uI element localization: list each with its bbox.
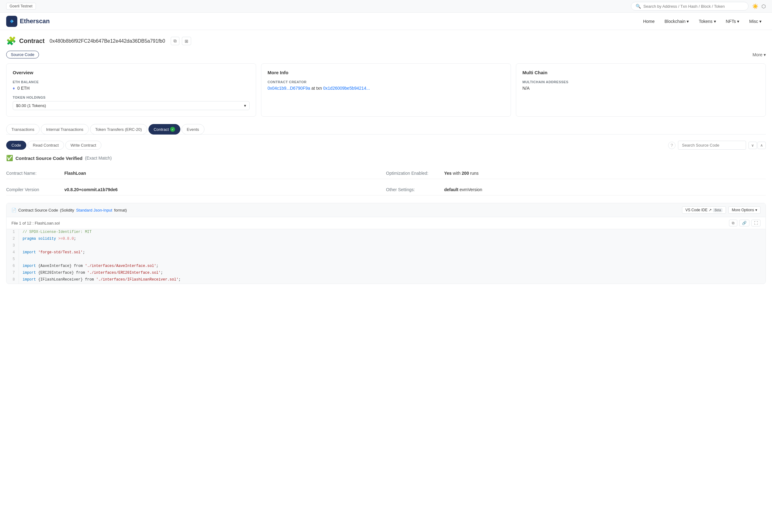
global-search-input[interactable] <box>643 4 744 9</box>
overview-card: Overview ETH BALANCE ♦ 0 ETH TOKEN HOLDI… <box>6 63 256 117</box>
file-icon: 📄 <box>11 208 16 212</box>
network-badge: Goerli Testnet <box>6 3 36 10</box>
line-content <box>19 256 766 263</box>
more-button[interactable]: More ▾ <box>753 52 766 57</box>
more-info-card: More Info CONTRACT CREATOR 0x04c1b9...D6… <box>261 63 511 117</box>
search-icon: 🔍 <box>636 4 641 9</box>
code-line: 1// SPDX-License-Identifier: MIT <box>6 229 766 236</box>
line-content: import {IFlashLoanReceiver} from './inte… <box>19 277 766 284</box>
verified-check-circle-icon: ✅ <box>6 155 13 161</box>
line-content: pragma solidity >=0.8.0; <box>19 236 766 243</box>
line-content: import {AaveInterface} from './interface… <box>19 263 766 270</box>
nav-nfts[interactable]: NFTs ▾ <box>722 16 744 26</box>
search-prev-button[interactable]: ∨ <box>748 142 757 149</box>
global-search-bar[interactable]: 🔍 <box>631 2 748 11</box>
multi-chain-title: Multi Chain <box>522 70 759 75</box>
line-content: import 'forge-std/Test.sol'; <box>19 250 766 256</box>
header-actions: ⧉ ⊞ <box>171 37 191 45</box>
tab-contract[interactable]: Contract ✓ <box>148 124 180 135</box>
line-content: import {ERC20Interface} from './interfac… <box>19 270 766 277</box>
search-next-button[interactable]: ∧ <box>757 142 766 149</box>
tab-token-transfers[interactable]: Token Transfers (ERC-20) <box>90 124 147 135</box>
eth-icon: ♦ <box>13 86 15 91</box>
verified-check-icon: ✓ <box>170 127 175 132</box>
tab-transactions[interactable]: Transactions <box>6 124 40 135</box>
contract-icon: 🧩 <box>6 36 16 46</box>
code-tab-code[interactable]: Code <box>6 141 26 150</box>
code-line: 5 <box>6 256 766 263</box>
other-settings-value: default evmVersion <box>444 187 482 192</box>
creator-address-link[interactable]: 0x04c1b9...D6790F9a <box>268 86 310 91</box>
optimization-label: Optimization Enabled: <box>386 171 442 176</box>
chevron-down-icon: ▾ <box>764 52 766 57</box>
topbar-right: 🔍 ☀️ ⬡ <box>631 2 766 11</box>
token-holdings-label: TOKEN HOLDINGS <box>13 96 250 99</box>
token-holdings-dropdown[interactable]: $0.00 (1 Tokens) ▾ <box>13 101 250 110</box>
line-number: 5 <box>6 256 19 263</box>
contract-creator-label: CONTRACT CREATOR <box>268 80 504 84</box>
contract-info-grid: Contract Name: FlashLoan Optimization En… <box>6 168 766 195</box>
standard-json-input-link[interactable]: Standard Json-Input <box>76 208 112 212</box>
search-source-code-input[interactable] <box>678 141 746 150</box>
logo-link[interactable]: Etherscan <box>6 16 50 27</box>
share-link-button[interactable]: 🔗 <box>739 220 749 226</box>
code-line: 7import {ERC20Interface} from './interfa… <box>6 270 766 277</box>
contract-creator-value: 0x04c1b9...D6790F9a at txn 0x1d26009be5b… <box>268 86 504 91</box>
nav-menu: Home Blockchain ▾ Tokens ▾ NFTs ▾ Misc ▾ <box>639 16 766 26</box>
external-link-icon: ↗ <box>709 208 712 212</box>
verified-sub: (Exact Match) <box>85 156 112 161</box>
fullscreen-button[interactable]: ⛶ <box>751 220 761 226</box>
code-block: 1// SPDX-License-Identifier: MIT2pragma … <box>6 229 766 284</box>
search-help-button[interactable]: ? <box>668 142 675 149</box>
compiler-label: Compiler Version <box>6 187 62 192</box>
code-line: 6import {AaveInterface} from './interfac… <box>6 263 766 270</box>
main-tabs: Transactions Internal Transactions Token… <box>6 124 766 135</box>
topbar-icons: ☀️ ⬡ <box>752 3 766 9</box>
contract-address: 0x480b8b6f92FC24b647Be12e442da36DB5a791f… <box>49 38 165 44</box>
navbar: Etherscan Home Blockchain ▾ Tokens ▾ NFT… <box>0 13 772 30</box>
nav-blockchain[interactable]: Blockchain ▾ <box>660 16 693 26</box>
overview-cards: Overview ETH BALANCE ♦ 0 ETH TOKEN HOLDI… <box>6 63 766 117</box>
code-tab-write-contract[interactable]: Write Contract <box>65 141 101 150</box>
qr-code-button[interactable]: ⊞ <box>182 37 191 45</box>
nav-tokens[interactable]: Tokens ▾ <box>694 16 720 26</box>
page-content: 🧩 Contract 0x480b8b6f92FC24b647Be12e442d… <box>0 30 772 290</box>
line-content: // SPDX-License-Identifier: MIT <box>19 229 766 236</box>
code-tabs: Code Read Contract Write Contract <box>6 141 101 150</box>
code-line: 2pragma solidity >=0.8.0; <box>6 236 766 243</box>
overview-title: Overview <box>13 70 250 75</box>
nav-home[interactable]: Home <box>639 16 659 26</box>
more-options-button[interactable]: More Options ▾ <box>728 206 761 214</box>
source-code-tab[interactable]: Source Code <box>6 51 39 58</box>
line-number: 3 <box>6 243 19 250</box>
chevron-down-icon: ▾ <box>755 208 757 212</box>
copy-address-button[interactable]: ⧉ <box>171 37 179 45</box>
code-line: 4import 'forge-std/Test.sol'; <box>6 250 766 256</box>
search-arrows: ∨ ∧ <box>748 142 766 149</box>
line-number: 7 <box>6 270 19 277</box>
logo-icon <box>6 16 17 27</box>
multichain-value: N/A <box>522 86 759 91</box>
eth-balance-label: ETH BALANCE <box>13 80 250 84</box>
more-info-title: More Info <box>268 70 504 75</box>
txn-hash-link[interactable]: 0x1d26009be5b94214... <box>323 86 370 91</box>
optimization-row: Optimization Enabled: Yes with 200 runs <box>386 168 766 179</box>
eth-price-button[interactable]: ⬡ <box>761 3 766 9</box>
file-actions: ⧉ 🔗 ⛶ <box>729 220 761 226</box>
verified-banner: ✅ Contract Source Code Verified (Exact M… <box>6 155 766 161</box>
copy-code-button[interactable]: ⧉ <box>729 220 737 226</box>
compiler-row: Compiler Version v0.8.20+commit.a1b79de6 <box>6 184 386 195</box>
tab-events[interactable]: Events <box>182 124 204 135</box>
tab-internal-transactions[interactable]: Internal Transactions <box>41 124 89 135</box>
nav-misc[interactable]: Misc ▾ <box>745 16 766 26</box>
code-tab-read-contract[interactable]: Read Contract <box>28 141 64 150</box>
vscode-ide-button[interactable]: VS Code IDE ↗ Beta <box>682 206 726 214</box>
line-number: 6 <box>6 263 19 270</box>
line-number: 8 <box>6 277 19 284</box>
other-settings-label: Other Settings: <box>386 187 442 192</box>
file-info-bar: File 1 of 12 : FlashLoan.sol ⧉ 🔗 ⛶ <box>6 217 766 229</box>
code-line: 8import {IFlashLoanReceiver} from './int… <box>6 277 766 284</box>
theme-toggle-button[interactable]: ☀️ <box>752 3 758 9</box>
code-tabs-row: Code Read Contract Write Contract ? ∨ ∧ <box>6 141 766 150</box>
eth-balance-value: ♦ 0 ETH <box>13 86 250 91</box>
